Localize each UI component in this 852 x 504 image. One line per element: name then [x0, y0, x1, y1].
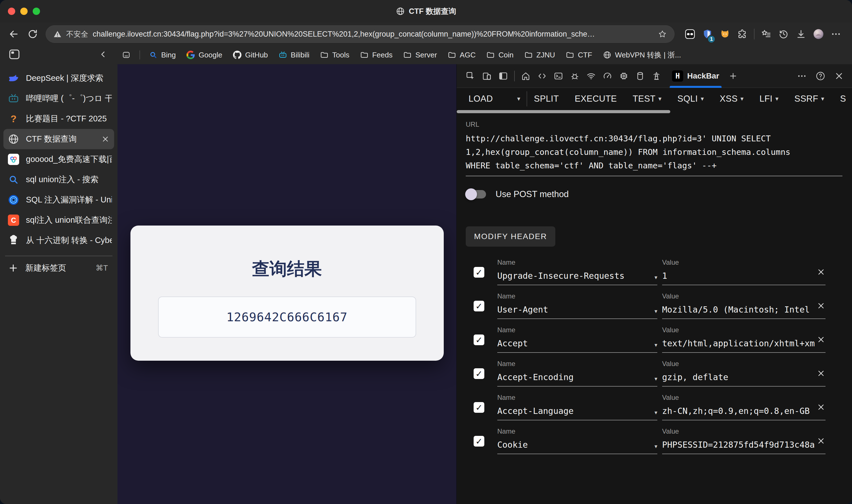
- header-enabled-checkbox[interactable]: [474, 267, 484, 277]
- devtools-toolbar-button[interactable]: [534, 69, 550, 83]
- header-name-dropdown-icon[interactable]: ▾: [655, 308, 657, 314]
- header-name-dropdown-icon[interactable]: ▾: [655, 409, 657, 416]
- header-name-field[interactable]: Name User-Agent ▾: [497, 292, 657, 319]
- new-tab-button[interactable]: 新建标签页 ⌘T: [0, 258, 118, 278]
- bookmark-item[interactable]: Tools: [320, 51, 349, 59]
- header-name-field[interactable]: Name Accept-Encoding ▾: [497, 360, 657, 386]
- header-name-dropdown-icon[interactable]: ▾: [655, 274, 657, 281]
- toolbar-action-button[interactable]: [810, 26, 827, 42]
- header-enabled-checkbox[interactable]: [474, 301, 484, 311]
- collapse-sidebar-icon[interactable]: [98, 50, 108, 59]
- header-enabled-checkbox[interactable]: [474, 436, 484, 447]
- sidebar-tab[interactable]: SQL 注入漏洞详解 - Union: [0, 190, 118, 210]
- header-name-field[interactable]: Name Accept ▾: [497, 326, 657, 353]
- sidebar-tab[interactable]: 从 十六进制 转换 - CyberC: [0, 230, 118, 251]
- header-value-field[interactable]: Value 1: [662, 258, 825, 285]
- sidebar-tab[interactable]: CTF 数据查询: [3, 129, 114, 149]
- bookmark-item[interactable]: Google: [187, 51, 222, 59]
- header-value-field[interactable]: Value zh-CN,zh;q=0.9,en;q=0.8,en-GB: [662, 394, 825, 420]
- sidebar-tab[interactable]: gooood_免费高速下载|百度: [0, 149, 118, 169]
- sidebar-tab[interactable]: C sql注入 union联合查询注入: [0, 210, 118, 230]
- bookmark-item[interactable]: AGC: [448, 51, 475, 59]
- toolbar-action-button[interactable]: [827, 26, 845, 42]
- header-name-field[interactable]: Name Cookie ▾: [497, 427, 657, 454]
- minimize-button[interactable]: [20, 7, 28, 15]
- toolbar-action-button[interactable]: [792, 26, 810, 42]
- bookmark-item[interactable]: Bing: [149, 51, 176, 59]
- hackbar-menu-item[interactable]: S: [840, 94, 846, 104]
- bookmark-item[interactable]: Feeds: [360, 51, 393, 59]
- tab-close-icon[interactable]: [101, 135, 109, 143]
- reload-button[interactable]: [27, 28, 39, 40]
- header-enabled-checkbox[interactable]: [474, 368, 484, 379]
- toolbar-action-button[interactable]: [681, 26, 699, 42]
- devtools-toolbar-button[interactable]: [648, 69, 665, 83]
- header-enabled-checkbox[interactable]: [474, 402, 484, 413]
- bookmark-item[interactable]: ZJNU: [524, 51, 555, 59]
- bookmark-item[interactable]: Bilibili: [279, 51, 309, 59]
- modify-header-button[interactable]: MODIFY HEADER: [466, 227, 555, 247]
- header-value-field[interactable]: Value PHPSESSID=212875fd54f9d713c48a: [662, 427, 825, 454]
- header-name-field[interactable]: Name Upgrade-Insecure-Requests ▾: [497, 258, 657, 285]
- hackbar-menu-scrollbar[interactable]: [457, 110, 852, 114]
- header-value-field[interactable]: Value text/html,application/xhtml+xm: [662, 326, 825, 353]
- hackbar-menu-item[interactable]: LOAD: [469, 94, 493, 104]
- delete-header-icon[interactable]: [817, 268, 825, 276]
- sidebar-tab[interactable]: DeepSeek | 深度求索: [0, 68, 118, 88]
- delete-header-icon[interactable]: [817, 403, 825, 412]
- bookmark-item[interactable]: CTF: [566, 51, 592, 59]
- back-button[interactable]: [7, 28, 20, 40]
- zoom-button[interactable]: [33, 7, 40, 15]
- header-enabled-checkbox[interactable]: [474, 335, 484, 345]
- post-method-toggle[interactable]: [467, 190, 486, 198]
- devtools-toolbar-button[interactable]: [462, 69, 479, 83]
- toolbar-action-button[interactable]: [716, 26, 734, 42]
- delete-header-icon[interactable]: [817, 335, 825, 344]
- devtools-toolbar-button[interactable]: [583, 69, 599, 83]
- close-panel-icon[interactable]: [834, 71, 844, 81]
- devtools-toolbar-button[interactable]: [518, 69, 534, 83]
- header-value-field[interactable]: Value gzip, deflate: [662, 360, 825, 386]
- devtools-toolbar-button[interactable]: [567, 69, 583, 83]
- hackbar-menu-item[interactable]: SPLIT: [534, 94, 559, 104]
- hackbar-menu-item[interactable]: TEST ▾: [633, 94, 662, 104]
- tab-panel-icon[interactable]: [8, 48, 21, 61]
- devtools-toolbar-button[interactable]: [495, 69, 511, 83]
- header-name-dropdown-icon[interactable]: ▾: [655, 342, 657, 348]
- bookmark-item[interactable]: Server: [403, 51, 437, 59]
- load-dropdown-caret[interactable]: ▾: [517, 95, 520, 103]
- bookmark-item[interactable]: WebVPN 转换 | 浙...: [603, 50, 681, 60]
- delete-header-icon[interactable]: [817, 436, 825, 446]
- delete-header-icon[interactable]: [817, 301, 825, 310]
- hackbar-menu-item[interactable]: SQLI ▾: [677, 94, 704, 104]
- sidebar-tab[interactable]: sql union注入 - 搜索: [0, 169, 118, 190]
- bookmark-star-icon[interactable]: [658, 30, 667, 39]
- add-panel-button[interactable]: [726, 69, 741, 83]
- delete-header-icon[interactable]: [817, 369, 825, 378]
- devtools-toolbar-button[interactable]: [599, 69, 615, 83]
- bookmark-item[interactable]: [122, 51, 131, 59]
- sidebar-tab[interactable]: 哔哩哔哩 (゜-゜)つロ 干杯~: [0, 88, 118, 109]
- close-button[interactable]: [8, 7, 15, 15]
- scrollbar-thumb[interactable]: [457, 110, 670, 113]
- header-name-field[interactable]: Name Accept-Language ▾: [497, 394, 657, 420]
- address-bar[interactable]: 不安全 challenge.ilovectf.cn:30434/flag.php…: [46, 25, 675, 43]
- bookmark-item[interactable]: GitHub: [233, 51, 268, 59]
- header-value-field[interactable]: Value Mozilla/5.0 (Macintosh; Intel: [662, 292, 825, 319]
- hackbar-menu-item[interactable]: EXECUTE: [575, 94, 617, 104]
- devtools-toolbar-button[interactable]: [615, 69, 632, 83]
- hackbar-menu-item[interactable]: XSS ▾: [720, 94, 744, 104]
- toolbar-action-button[interactable]: [775, 26, 792, 42]
- toolbar-action-button[interactable]: [734, 26, 751, 42]
- address-url[interactable]: challenge.ilovectf.cn:30434/flag.php?id=…: [93, 30, 654, 39]
- hackbar-menu-item[interactable]: LFI ▾: [760, 94, 779, 104]
- sidebar-tab[interactable]: ? 比赛题目 - ?CTF 2025: [0, 109, 118, 129]
- toolbar-action-button[interactable]: [757, 26, 775, 42]
- bookmark-item[interactable]: Coin: [486, 51, 514, 59]
- devtools-toolbar-button[interactable]: [550, 69, 567, 83]
- tab-hackbar[interactable]: H HackBar: [670, 64, 721, 88]
- devtools-toolbar-button[interactable]: [479, 69, 495, 83]
- hackbar-menu-item[interactable]: SSRF ▾: [794, 94, 824, 104]
- devtools-toolbar-button[interactable]: [632, 69, 648, 83]
- url-field[interactable]: http://challenge.ilovectf.cn:30434/flag.…: [466, 132, 842, 176]
